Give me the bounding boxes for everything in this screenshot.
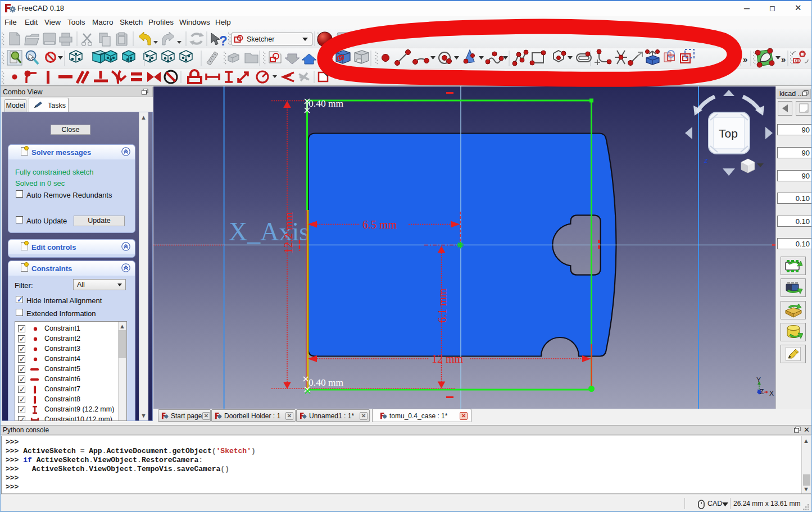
svg-text:?: ?: [219, 33, 228, 48]
svg-text:6.1 mm: 6.1 mm: [436, 288, 448, 323]
svg-text:X_Axis: X_Axis: [229, 217, 309, 246]
svg-text:»: »: [781, 54, 786, 64]
svg-text:6.5 mm: 6.5 mm: [362, 218, 397, 231]
svg-text:12 mm: 12 mm: [432, 353, 464, 365]
svg-text:12.2 mm: 12.2 mm: [282, 212, 295, 254]
svg-text:X: X: [769, 390, 774, 397]
svg-text:»: »: [743, 54, 747, 64]
svg-text:0.40 mm: 0.40 mm: [309, 98, 344, 109]
svg-text:z: z: [704, 156, 708, 164]
svg-text:0.40 mm: 0.40 mm: [309, 377, 344, 388]
svg-text:Top: Top: [719, 127, 738, 140]
